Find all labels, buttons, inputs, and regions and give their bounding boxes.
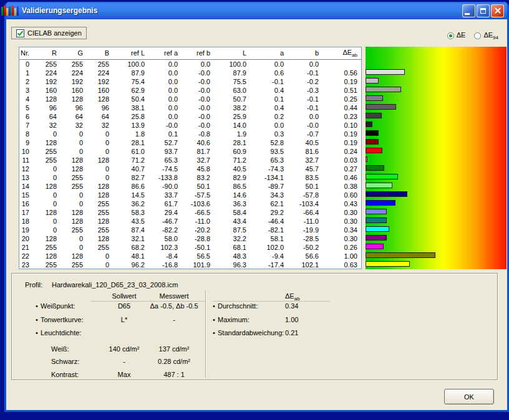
table-cell: 0 (88, 130, 114, 138)
table-cell: 0.0 (150, 103, 183, 112)
table-cell: 0.0 (289, 112, 324, 121)
table-cell: 1.8 (114, 130, 150, 138)
table-cell: -0.0 (289, 121, 324, 130)
table-cell: 81.6 (289, 147, 324, 156)
table-cell: 83.2 (183, 173, 215, 182)
table-cell: 32 (62, 121, 88, 130)
table-row-20[interactable]: 20128012832.158.0-28.832.258.1-28.50.30 (19, 234, 362, 243)
table-cell: 32 (34, 121, 62, 130)
table-cell: 255 (62, 173, 88, 182)
results-table: Nr. R G B ref L ref a ref b L a b ΔEab 0… (19, 47, 362, 269)
table-cell: 21 (19, 243, 34, 252)
table-row-6[interactable]: 664646425.80.0-0.025.90.20.00.23 (19, 112, 362, 121)
table-cell: 0.2 (251, 112, 289, 121)
table-cell: 102.1 (289, 260, 324, 269)
table-cell: 29.4 (150, 208, 183, 217)
delta-e-bar (366, 95, 383, 101)
table-cell: 255 (88, 243, 114, 252)
validation-result-dialog: Validierungsergebnis CIELAB anzeigen ΔE … (4, 2, 509, 412)
checkbox-icon[interactable] (16, 29, 24, 37)
col-header-ref-a: ref a (150, 47, 183, 59)
cielab-checkbox[interactable]: CIELAB anzeigen (11, 27, 87, 39)
table-row-1[interactable]: 122422422487.90.0-0.087.90.6-0.10.56 (19, 69, 362, 77)
app-icon[interactable] (9, 6, 19, 16)
table-cell: 224 (88, 69, 114, 77)
table-cell: 34.3 (251, 191, 289, 199)
table-row-14[interactable]: 1412825512886.6-90.050.186.5-89.750.10.3… (19, 182, 362, 191)
table-cell: 71.2 (114, 156, 150, 165)
table-cell: 192 (34, 77, 62, 86)
delta-e-bar (366, 130, 379, 136)
table-cell: 0 (88, 165, 114, 173)
table-cell: 16 (19, 199, 34, 208)
table-row-3[interactable]: 316016016062.90.0-0.063.00.4-0.30.51 (19, 86, 362, 95)
maximize-button[interactable] (477, 4, 490, 17)
table-cell: 75.4 (114, 77, 150, 86)
table-cell: -50.2 (289, 243, 324, 252)
minimize-button[interactable] (462, 4, 475, 17)
table-row-8[interactable]: 80001.80.1-0.81.90.3-0.70.19 (19, 130, 362, 138)
table-cell: -19.9 (289, 226, 324, 234)
table-cell: 0 (62, 147, 88, 156)
table-cell: 128 (88, 217, 114, 226)
table-cell: 19 (19, 226, 34, 234)
table-row-17[interactable]: 1712812825558.329.4-66.558.429.2-66.40.3… (19, 208, 362, 217)
table-cell: -9.4 (251, 252, 289, 260)
col-header-nr: Nr. (19, 47, 34, 59)
table-row-12[interactable]: 120128040.7-74.545.840.5-74.345.70.27 (19, 165, 362, 173)
table-row-5[interactable]: 596969638.10.0-0.038.20.4-0.10.44 (19, 103, 362, 112)
table-row-10[interactable]: 102550061.093.781.760.993.581.60.24 (19, 147, 362, 156)
table-row-21[interactable]: 21255025568.2102.3-50.168.1102.0-50.20.2… (19, 243, 362, 252)
table-cell: 0.1 (251, 95, 289, 103)
table-cell: 0.56 (324, 69, 362, 77)
table-cell: -16.8 (150, 260, 183, 269)
stat-value: 0.21 (285, 329, 298, 336)
table-row-7[interactable]: 732323213.9-0.0-0.014.00.0-0.00.10 (19, 121, 362, 130)
radio-delta-e[interactable]: ΔE (447, 31, 466, 41)
table-cell: 192 (62, 77, 88, 86)
table-row-0[interactable]: 0255255255100.00.00.0100.00.00.0 (19, 59, 362, 69)
ok-button[interactable]: OK (444, 389, 494, 404)
table-cell: 68.2 (114, 243, 150, 252)
table-cell: 40.7 (114, 165, 150, 173)
table-cell: 0.0 (150, 69, 183, 77)
table-cell: 17 (19, 208, 34, 217)
titlebar[interactable]: Validierungsergebnis (6, 2, 507, 19)
table-row-22[interactable]: 22128128048.1-8.456.548.3-9.456.61.00 (19, 252, 362, 260)
table-cell: 0.27 (324, 165, 362, 173)
table-cell: -46.7 (150, 217, 183, 226)
window-controls (462, 4, 504, 17)
table-cell: 0 (34, 217, 62, 226)
table-cell: 0.25 (324, 95, 362, 103)
table-cell: 4 (19, 95, 34, 103)
radio-delta-e94-label: ΔE94 (483, 31, 498, 41)
table-cell: 3 (19, 86, 34, 95)
table-row-2[interactable]: 219219219275.40.0-0.075.5-0.1-0.20.19 (19, 77, 362, 86)
radio-delta-e94[interactable]: ΔE94 (474, 31, 498, 41)
col-header-delta-e: ΔEab (324, 47, 362, 59)
table-cell: 0.60 (324, 191, 362, 199)
table-cell: 71.2 (215, 156, 251, 165)
table-cell: 255 (88, 59, 114, 69)
table-row-11[interactable]: 1125512812871.265.332.771.265.332.70.03 (19, 156, 362, 165)
table-row-18[interactable]: 18012812843.5-46.7-11.043.4-46.4-11.00.3… (19, 217, 362, 226)
table-cell: 128 (88, 234, 114, 243)
table-row-13[interactable]: 130255082.7-133.883.282.9-134.183.50.46 (19, 173, 362, 182)
close-button[interactable] (491, 4, 504, 17)
cielab-checkbox-label: CIELAB anzeigen (27, 29, 82, 37)
table-cell: 0.1 (150, 130, 183, 138)
col-header-r: R (34, 47, 62, 59)
table-row-16[interactable]: 160025536.261.7-103.636.362.1-103.40.43 (19, 199, 362, 208)
table-row-4[interactable]: 412812812850.40.0-0.050.70.1-0.10.25 (19, 95, 362, 103)
table-cell: 0.0 (150, 86, 183, 95)
delta-e-bar (366, 148, 382, 153)
table-row-23[interactable]: 23255255096.2-16.8101.996.3-17.4102.10.6… (19, 260, 362, 269)
table-row-15[interactable]: 150012814.533.7-57.514.634.3-57.80.60 (19, 191, 362, 199)
table-cell: 96 (88, 103, 114, 112)
table-cell: -74.3 (251, 165, 289, 173)
table-row-9[interactable]: 91280028.152.740.628.152.840.50.19 (19, 138, 362, 147)
table-row-19[interactable]: 19025525587.4-82.2-20.287.5-82.1-19.90.3… (19, 226, 362, 234)
table-cell: 128 (62, 95, 88, 103)
table-cell: 6 (19, 112, 34, 121)
summary-row-label: Weißpunkt: (41, 302, 75, 310)
